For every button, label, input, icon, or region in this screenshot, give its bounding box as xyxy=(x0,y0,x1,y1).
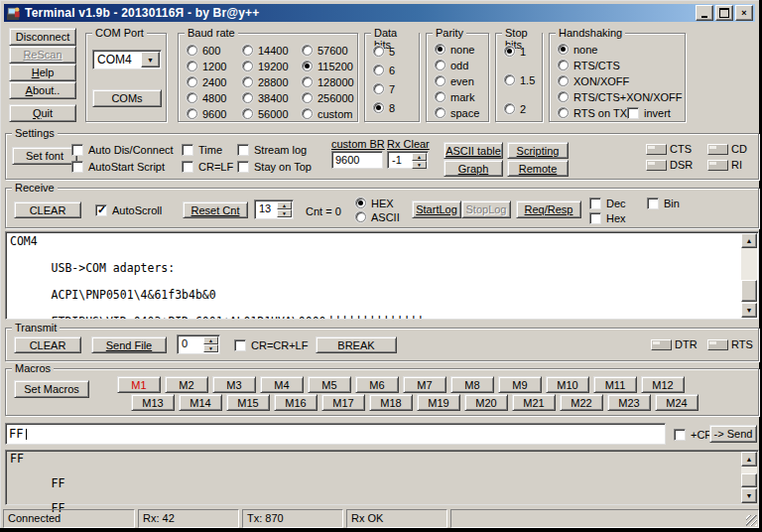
hs-rts-on-tx[interactable]: RTS on TX xyxy=(558,106,627,119)
send-button[interactable]: -> Send xyxy=(709,425,757,443)
com-port-select[interactable]: COM4 ▼ xyxy=(92,50,162,69)
hs-none[interactable]: none xyxy=(558,43,597,56)
baud-115200[interactable]: 115200 xyxy=(302,60,353,72)
set-font-button[interactable]: Set font xyxy=(12,147,77,165)
macro-m7-button[interactable]: M7 xyxy=(403,376,446,393)
parity-space[interactable]: space xyxy=(435,106,479,119)
macro-m11-button[interactable]: M11 xyxy=(593,376,637,393)
stopbits-1[interactable]: 1 xyxy=(504,45,526,58)
rx-mode-ascii[interactable]: ASCII xyxy=(355,210,400,223)
minimize-button[interactable] xyxy=(696,5,713,21)
macro-m9-button[interactable]: M9 xyxy=(498,376,542,393)
scroll-up-icon[interactable]: ▲ xyxy=(741,233,757,248)
spin-down-icon[interactable]: ▼ xyxy=(412,161,427,169)
autostart-script-checkbox[interactable]: AutoStart Script xyxy=(71,160,165,173)
macro-m17-button[interactable]: M17 xyxy=(321,394,365,411)
macro-m19-button[interactable]: M19 xyxy=(417,394,460,411)
spin-up-icon[interactable]: ▲ xyxy=(203,336,218,344)
rx-clear-spinner[interactable]: -1 ▲▼ xyxy=(387,151,429,169)
hs-rts-cts[interactable]: RTS/CTS xyxy=(558,59,620,71)
startlog-button[interactable]: StartLog xyxy=(412,200,461,218)
macro-m14-button[interactable]: M14 xyxy=(179,394,222,411)
baud-9600[interactable]: 9600 xyxy=(187,107,226,120)
remote-button[interactable]: Remote xyxy=(507,160,569,177)
close-button[interactable]: × xyxy=(735,5,753,21)
title-bar[interactable]: Terminal v1.9b - 20130116Я - by Br@y++ × xyxy=(4,4,755,22)
maximize-button[interactable] xyxy=(715,5,733,21)
macro-m18-button[interactable]: M18 xyxy=(369,394,413,411)
quit-button[interactable]: Quit xyxy=(9,104,76,122)
macro-m20-button[interactable]: M20 xyxy=(464,394,508,411)
stoplog-button[interactable]: StopLog xyxy=(461,200,511,218)
plus-cr-checkbox[interactable]: +CR xyxy=(674,428,712,441)
scroll-down-icon[interactable]: ▼ xyxy=(741,488,757,503)
send-input[interactable]: FF xyxy=(5,423,666,445)
receive-clear-button[interactable]: CLEAR xyxy=(14,201,81,218)
baud-custom[interactable]: custom xyxy=(302,107,352,120)
macro-m8-button[interactable]: M8 xyxy=(450,376,494,393)
macro-m22-button[interactable]: M22 xyxy=(560,394,603,411)
baud-1200[interactable]: 1200 xyxy=(187,60,226,72)
graph-button[interactable]: Graph xyxy=(444,160,503,177)
baud-600[interactable]: 600 xyxy=(187,44,220,57)
databits-6[interactable]: 6 xyxy=(373,64,395,76)
receive-terminal[interactable]: COM4 USB->COM adapters: ACPI\PNP0501\4&6… xyxy=(5,231,759,320)
hex-checkbox[interactable]: Hex xyxy=(589,211,626,224)
macro-m2-button[interactable]: M2 xyxy=(165,376,208,393)
parity-mark[interactable]: mark xyxy=(435,90,474,103)
cr-lf-checkbox[interactable]: CR=LF xyxy=(182,160,233,173)
macro-m5-button[interactable]: M5 xyxy=(308,376,351,393)
macro-m10-button[interactable]: M10 xyxy=(546,376,589,393)
transmit-clear-button[interactable]: CLEAR xyxy=(14,336,81,353)
scroll-down-icon[interactable]: ▼ xyxy=(741,303,757,318)
scripting-button[interactable]: Scripting xyxy=(507,142,569,159)
break-button[interactable]: BREAK xyxy=(316,336,397,353)
stopbits-2[interactable]: 2 xyxy=(504,102,526,115)
macro-m23-button[interactable]: M23 xyxy=(607,394,651,411)
bin-checkbox[interactable]: Bin xyxy=(647,197,680,209)
rx-mode-hex[interactable]: HEX xyxy=(355,197,394,209)
baud-128000[interactable]: 128000 xyxy=(302,75,354,88)
scroll-thumb[interactable] xyxy=(741,473,757,487)
hs-rts-cts-xon-xoff[interactable]: RTS/CTS+XON/XOFF xyxy=(558,90,683,103)
req-resp-button[interactable]: Req/Resp xyxy=(516,200,581,218)
rescan-button[interactable]: ReScan xyxy=(9,46,76,64)
custom-br-input[interactable]: 9600 xyxy=(331,151,383,169)
hs-xon-xoff[interactable]: XON/XOFF xyxy=(558,74,629,87)
dec-checkbox[interactable]: Dec xyxy=(589,197,626,209)
auto-disconnect-checkbox[interactable]: Auto Dis/Connect xyxy=(71,143,174,156)
disconnect-button[interactable]: Disconnect xyxy=(9,28,76,46)
receive-scrollbar[interactable]: ▲ ▼ xyxy=(741,233,757,318)
macro-m4-button[interactable]: M4 xyxy=(260,376,304,393)
spin-up-icon[interactable]: ▲ xyxy=(412,153,427,161)
macro-m13-button[interactable]: M13 xyxy=(131,394,175,411)
time-checkbox[interactable]: Time xyxy=(182,143,222,156)
com-port-dropdown-button[interactable]: ▼ xyxy=(141,52,160,67)
baud-2400[interactable]: 2400 xyxy=(187,75,226,88)
autoscroll-checkbox[interactable]: AutoScroll xyxy=(95,203,162,216)
spin-down-icon[interactable]: ▼ xyxy=(277,209,292,217)
invert-checkbox[interactable]: invert xyxy=(627,106,671,119)
baud-19200[interactable]: 19200 xyxy=(242,60,289,72)
send-file-button[interactable]: Send File xyxy=(91,336,167,353)
baud-56000[interactable]: 56000 xyxy=(242,107,289,120)
baud-4800[interactable]: 4800 xyxy=(187,91,226,104)
databits-8[interactable]: 8 xyxy=(373,101,395,114)
baud-57600[interactable]: 57600 xyxy=(302,44,348,57)
cr-crlf-checkbox[interactable]: CR=CR+LF xyxy=(234,338,308,351)
reset-cnt-button[interactable]: Reset Cnt xyxy=(183,201,248,218)
parity-none[interactable]: none xyxy=(435,43,474,56)
macro-m16-button[interactable]: M16 xyxy=(274,394,318,411)
scroll-up-icon[interactable]: ▲ xyxy=(741,452,757,466)
macro-m15-button[interactable]: M15 xyxy=(226,394,270,411)
baud-14400[interactable]: 14400 xyxy=(242,44,289,57)
transmit-history[interactable]: FF FF FF ▲ ▼ xyxy=(5,450,759,505)
set-macros-button[interactable]: Set Macros xyxy=(14,380,89,398)
baud-256000[interactable]: 256000 xyxy=(302,91,354,104)
tx-delay-spinner[interactable]: 0 ▲▼ xyxy=(177,334,220,354)
parity-odd[interactable]: odd xyxy=(435,59,468,71)
spin-down-icon[interactable]: ▼ xyxy=(203,344,218,352)
stopbits-1-5[interactable]: 1.5 xyxy=(504,73,535,86)
baud-28800[interactable]: 28800 xyxy=(242,75,289,88)
stream-log-checkbox[interactable]: Stream log xyxy=(237,143,307,156)
